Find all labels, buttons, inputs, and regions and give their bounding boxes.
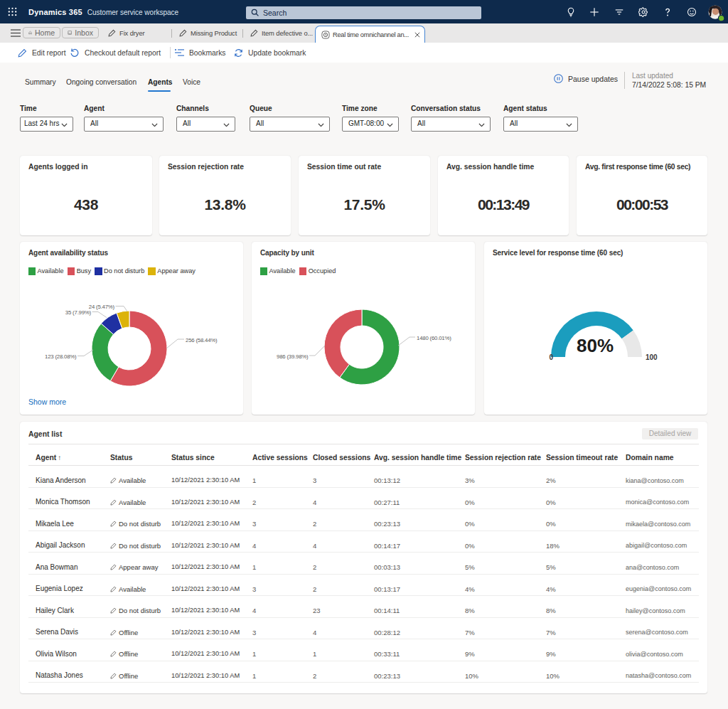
svg-text:256 (58.44%): 256 (58.44%) — [186, 337, 218, 343]
svg-text:0: 0 — [549, 353, 553, 361]
svg-text:100: 100 — [646, 353, 658, 361]
svg-text:123 (28.08%): 123 (28.08%) — [45, 353, 77, 360]
svg-text:1480 (60.01%): 1480 (60.01%) — [417, 335, 451, 341]
svg-text:35 (7.99%): 35 (7.99%) — [65, 309, 92, 316]
svg-text:986 (39.98%): 986 (39.98%) — [277, 353, 309, 360]
svg-text:24 (5.47%): 24 (5.47%) — [89, 304, 115, 310]
svg-text:80%: 80% — [577, 335, 614, 356]
